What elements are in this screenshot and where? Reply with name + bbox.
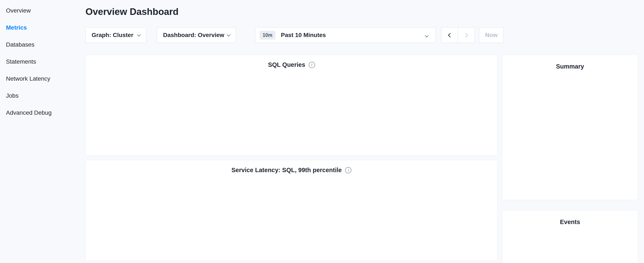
sidebar-item-advanced-debug[interactable]: Advanced Debug bbox=[6, 104, 85, 121]
summary-body bbox=[502, 70, 638, 75]
sidebar-nav: OverviewMetricsDatabasesStatementsNetwor… bbox=[0, 0, 85, 263]
time-range-label: Past 10 Minutes bbox=[281, 32, 326, 39]
info-icon[interactable]: i bbox=[345, 167, 352, 173]
dashboard-dropdown[interactable]: Dashboard: Overview bbox=[157, 27, 236, 43]
sidebar-item-jobs[interactable]: Jobs bbox=[6, 87, 85, 104]
sidebar-item-overview[interactable]: Overview bbox=[6, 2, 85, 19]
sidebar-item-statements[interactable]: Statements bbox=[6, 53, 85, 70]
chevron-down-icon bbox=[227, 33, 230, 37]
summary-card: Summary bbox=[502, 55, 638, 200]
chart-title: Service Latency: SQL, 99th percentile bbox=[232, 167, 342, 174]
time-step-button-group bbox=[441, 27, 475, 43]
sql-queries-chart-card: SQL Queries i bbox=[86, 55, 498, 156]
admin-ui-page: { "colors": { "active_nav_blue": "#0788f… bbox=[0, 0, 644, 263]
sidebar-item-network-latency[interactable]: Network Latency bbox=[6, 70, 85, 87]
chevron-left-icon bbox=[448, 33, 452, 37]
controls-toolbar: Graph: Cluster Dashboard: Overview 10m P… bbox=[86, 27, 504, 43]
prev-time-range-button[interactable] bbox=[441, 27, 458, 43]
sidebar-item-metrics[interactable]: Metrics bbox=[6, 19, 85, 36]
chevron-right-icon bbox=[463, 33, 468, 37]
dashboard-dropdown-label: Dashboard: Overview bbox=[163, 32, 224, 39]
main-content: Overview Dashboard Graph: Cluster Dashbo… bbox=[86, 0, 644, 263]
events-title: Events bbox=[502, 210, 638, 225]
time-range-badge: 10m bbox=[260, 31, 275, 40]
events-body bbox=[502, 225, 638, 232]
now-button[interactable]: Now bbox=[479, 27, 504, 43]
events-card: Events bbox=[502, 210, 638, 263]
sql-queries-chart-plot[interactable] bbox=[86, 79, 497, 153]
graph-scope-dropdown[interactable]: Graph: Cluster bbox=[86, 27, 146, 43]
next-time-range-button[interactable] bbox=[458, 27, 475, 43]
graph-scope-dropdown-label: Graph: Cluster bbox=[92, 32, 133, 39]
sidebar-item-databases[interactable]: Databases bbox=[6, 36, 85, 53]
time-range-selector[interactable]: 10m Past 10 Minutes bbox=[255, 27, 436, 43]
chart-title: SQL Queries bbox=[268, 61, 305, 68]
service-latency-chart-plot[interactable] bbox=[86, 185, 497, 259]
service-latency-chart-card: Service Latency: SQL, 99th percentile i bbox=[86, 160, 498, 261]
summary-title: Summary bbox=[502, 55, 638, 70]
chevron-down-icon bbox=[137, 33, 141, 37]
info-icon[interactable]: i bbox=[309, 62, 315, 68]
page-title: Overview Dashboard bbox=[86, 7, 178, 17]
chevron-down-icon bbox=[425, 34, 428, 38]
